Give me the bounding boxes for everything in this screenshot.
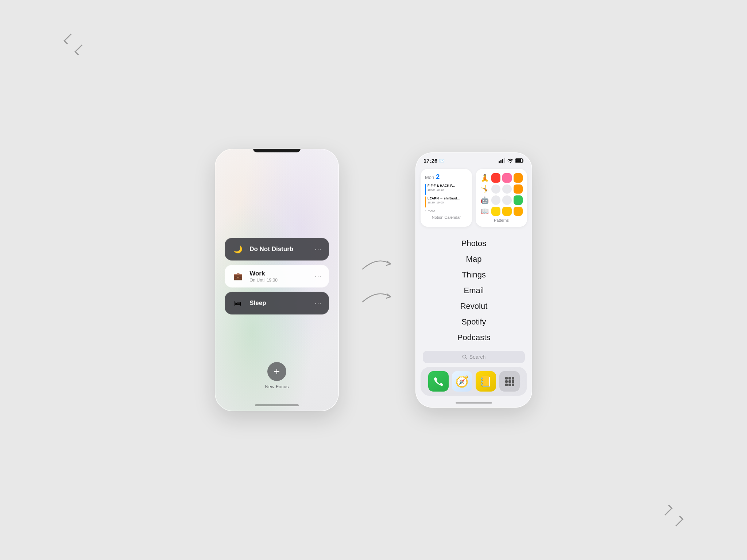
focus-item-sleep[interactable]: 🛏 Sleep ··· bbox=[225, 292, 329, 315]
event-2-content: LEARN → shiftnud... 18:30–19:00 bbox=[427, 197, 460, 204]
focus-sleep-text: Sleep bbox=[249, 300, 266, 307]
pattern-emoji-2: 🤸 bbox=[480, 184, 489, 194]
calendar-more: 1 more bbox=[425, 209, 468, 213]
event-1-time: 18:00–18:30 bbox=[427, 188, 455, 191]
right-phone: 17:26 ✉️ bbox=[415, 152, 532, 408]
pattern-emoji-4: 📖 bbox=[480, 207, 489, 216]
patterns-widget-label: Patterns bbox=[494, 218, 509, 222]
app-podcasts[interactable]: Podcasts bbox=[457, 330, 491, 345]
focus-sleep-more[interactable]: ··· bbox=[315, 299, 322, 307]
svg-rect-3 bbox=[504, 158, 505, 163]
app-email[interactable]: Email bbox=[464, 283, 484, 298]
phone-notch bbox=[253, 149, 301, 152]
new-focus-area: + New Focus bbox=[265, 362, 289, 389]
app-things[interactable]: Things bbox=[462, 267, 486, 282]
calendar-widget-label: Notion Calendar bbox=[425, 215, 468, 219]
app-revolut[interactable]: Revolut bbox=[460, 299, 488, 314]
pattern-pink bbox=[502, 173, 512, 183]
moon-icon: 🌙 bbox=[231, 243, 244, 256]
focus-item-dnd-left: 🌙 Do Not Disturb bbox=[231, 243, 293, 256]
decorative-tick-2 bbox=[74, 44, 85, 55]
pattern-emoji-3: 🤖 bbox=[480, 195, 489, 205]
home-indicator-left bbox=[255, 404, 299, 406]
focus-dnd-title: Do Not Disturb bbox=[249, 246, 293, 253]
pattern-emoji-1: 🧘 bbox=[480, 173, 489, 183]
pattern-orange-1 bbox=[514, 173, 523, 183]
calendar-event-2: LEARN → shiftnud... 18:30–19:00 bbox=[425, 197, 468, 207]
svg-rect-15 bbox=[508, 384, 511, 386]
pattern-orange-2 bbox=[514, 184, 523, 194]
patterns-widget[interactable]: 🧘 🤸 🤖 📖 bbox=[476, 169, 527, 227]
briefcase-icon: 💼 bbox=[231, 270, 244, 283]
plus-icon: + bbox=[274, 366, 280, 377]
app-list: Photos Map Things Email Revolut Spotify … bbox=[415, 230, 532, 351]
status-time: 17:26 ✉️ bbox=[423, 158, 445, 164]
focus-dnd-more[interactable]: ··· bbox=[315, 245, 322, 253]
dock: 🧭 📒 bbox=[421, 367, 527, 396]
battery-icon bbox=[515, 158, 524, 163]
event-2-time: 18:30–19:00 bbox=[427, 201, 460, 204]
pattern-green bbox=[514, 195, 523, 205]
pattern-dot-1 bbox=[491, 184, 501, 194]
focus-item-sleep-left: 🛏 Sleep bbox=[231, 297, 266, 310]
event-1-content: F-F-F & HACK P... 18:00–18:30 bbox=[427, 184, 455, 191]
focus-work-title: Work bbox=[249, 270, 278, 277]
safari-icon: 🧭 bbox=[455, 375, 469, 388]
bed-icon: 🛏 bbox=[231, 297, 244, 310]
dock-phone[interactable] bbox=[428, 371, 449, 392]
calendar-day: Mon bbox=[425, 175, 434, 180]
svg-rect-16 bbox=[512, 384, 514, 386]
pattern-red bbox=[491, 173, 501, 183]
focus-item-dnd[interactable]: 🌙 Do Not Disturb ··· bbox=[225, 238, 329, 261]
svg-rect-13 bbox=[512, 380, 514, 383]
decorative-tick-4 bbox=[662, 505, 673, 516]
dock-safari[interactable]: 🧭 bbox=[452, 371, 472, 392]
notes-icon: 📒 bbox=[479, 376, 492, 388]
calendar-date: 2 bbox=[436, 173, 440, 181]
event-1-title: F-F-F & HACK P... bbox=[427, 184, 455, 188]
signal-icon bbox=[499, 158, 505, 163]
dock-app-library[interactable] bbox=[499, 371, 520, 392]
focus-work-text: Work On Until 19:00 bbox=[249, 270, 278, 283]
calendar-event-1: F-F-F & HACK P... 18:00–18:30 bbox=[425, 184, 468, 195]
focus-item-work[interactable]: 💼 Work On Until 19:00 ··· bbox=[225, 265, 329, 288]
wifi-icon bbox=[507, 158, 514, 163]
svg-rect-1 bbox=[500, 160, 502, 163]
widgets-row: Mon 2 F-F-F & HACK P... 18:00–18:30 LEAR… bbox=[415, 166, 532, 230]
focus-list: 🌙 Do Not Disturb ··· 💼 Work On Until 19:… bbox=[225, 238, 329, 315]
app-photos[interactable]: Photos bbox=[461, 236, 487, 251]
svg-rect-11 bbox=[505, 380, 508, 383]
search-bar[interactable]: Search bbox=[423, 351, 525, 363]
mail-icon: ✉️ bbox=[439, 158, 445, 163]
app-map[interactable]: Map bbox=[466, 252, 482, 267]
dock-notes[interactable]: 📒 bbox=[476, 371, 496, 392]
phones-container: 🌙 Do Not Disturb ··· 💼 Work On Until 19:… bbox=[215, 149, 532, 411]
pattern-yellow-1 bbox=[491, 207, 501, 216]
focus-sleep-title: Sleep bbox=[249, 300, 266, 307]
decorative-tick-1 bbox=[63, 34, 74, 44]
svg-rect-5 bbox=[516, 159, 521, 162]
grid-icon bbox=[504, 376, 515, 387]
svg-rect-10 bbox=[512, 377, 514, 380]
calendar-widget[interactable]: Mon 2 F-F-F & HACK P... 18:00–18:30 LEAR… bbox=[421, 169, 472, 227]
patterns-grid: 🧘 🤸 🤖 📖 bbox=[480, 173, 523, 216]
pattern-dot-4 bbox=[502, 195, 512, 205]
app-spotify[interactable]: Spotify bbox=[461, 314, 486, 329]
search-label: Search bbox=[469, 354, 485, 360]
svg-rect-2 bbox=[502, 159, 503, 163]
focus-dnd-text: Do Not Disturb bbox=[249, 246, 293, 253]
decorative-tick-3 bbox=[673, 516, 684, 526]
arrows-container bbox=[361, 254, 394, 306]
focus-item-work-left: 💼 Work On Until 19:00 bbox=[231, 270, 278, 283]
event-bar-blue bbox=[425, 184, 426, 195]
status-icons bbox=[499, 158, 524, 163]
status-bar: 17:26 ✉️ bbox=[415, 152, 532, 166]
pattern-yellow-2 bbox=[502, 207, 512, 216]
pattern-dot-2 bbox=[502, 184, 512, 194]
new-focus-button[interactable]: + bbox=[267, 362, 286, 381]
new-focus-label: New Focus bbox=[265, 384, 289, 389]
focus-work-more[interactable]: ··· bbox=[315, 272, 322, 280]
svg-line-7 bbox=[465, 358, 467, 359]
calendar-header: Mon 2 bbox=[425, 173, 468, 181]
left-phone: 🌙 Do Not Disturb ··· 💼 Work On Until 19:… bbox=[215, 149, 339, 411]
